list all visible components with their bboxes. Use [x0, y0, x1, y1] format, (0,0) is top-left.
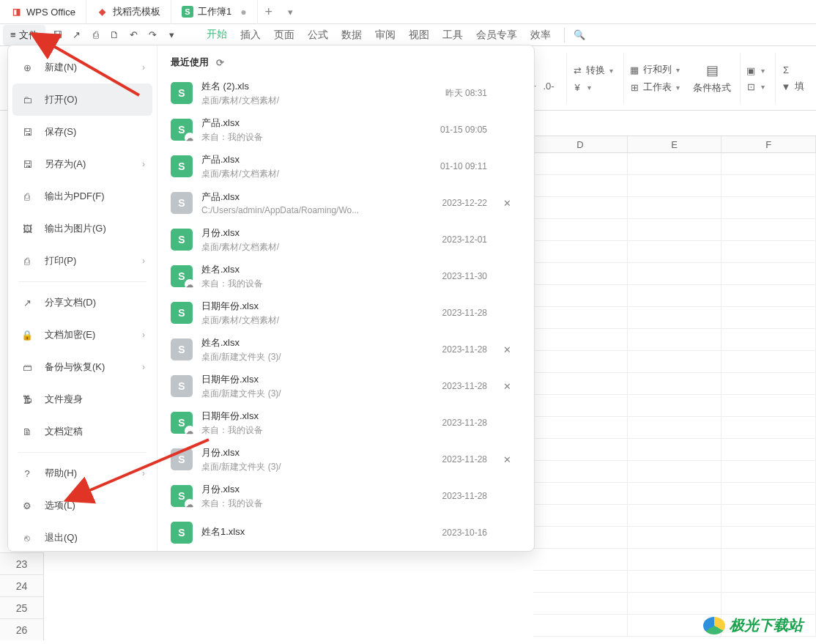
- recent-file-row[interactable]: S☁产品.xlsx来自：我的设备01-15 09:05✕: [171, 111, 521, 148]
- file-menu-item-2[interactable]: 🖫保存(S): [8, 116, 157, 148]
- file-menu-item-14[interactable]: ⎋退出(Q): [8, 522, 157, 551]
- condformat-button[interactable]: ▤ 条件格式: [690, 62, 734, 95]
- remove-recent-icon[interactable]: ✕: [496, 381, 518, 392]
- ribbon-tab-4[interactable]: 数据: [341, 24, 362, 46]
- cell[interactable]: [533, 373, 628, 394]
- file-menu-item-11[interactable]: 🗎文档定稿: [8, 415, 157, 448]
- recent-file-row[interactable]: S月份.xlsx桌面/素材/文档素材/2023-12-01✕: [171, 221, 521, 258]
- cell[interactable]: [722, 307, 816, 328]
- cell[interactable]: [533, 417, 628, 438]
- row-header[interactable]: 23: [0, 552, 44, 574]
- cell[interactable]: [533, 527, 628, 548]
- cell[interactable]: [722, 175, 816, 196]
- cell[interactable]: [533, 307, 628, 328]
- file-menu-item-8[interactable]: 🔒文档加密(E)›: [8, 319, 157, 351]
- cell[interactable]: [722, 351, 816, 372]
- file-menu-item-0[interactable]: ⊕新建(N)›: [8, 51, 157, 84]
- tab-workbook[interactable]: S 工作簿1 ●: [171, 0, 258, 24]
- cell[interactable]: [722, 461, 816, 482]
- border-button[interactable]: ⊡▾: [745, 81, 765, 92]
- recent-file-row[interactable]: S日期年份.xlsx桌面/素材/文档素材/2023-11-28✕: [171, 295, 521, 331]
- saveas-icon[interactable]: ↗: [70, 29, 84, 40]
- file-menu-item-9[interactable]: 🗃备份与恢复(K)›: [8, 351, 157, 383]
- recent-file-row[interactable]: S☁姓名.xlsx来自：我的设备2023-11-30✕: [171, 258, 521, 295]
- cell[interactable]: [628, 285, 722, 306]
- recent-file-row[interactable]: S产品.xlsx桌面/素材/文档素材/01-10 09:11✕: [171, 148, 521, 185]
- cell[interactable]: [628, 373, 722, 394]
- cell[interactable]: [533, 593, 628, 614]
- merge-button[interactable]: ▣▾: [745, 64, 765, 76]
- cell[interactable]: [722, 373, 816, 394]
- dec-dec-icon[interactable]: .0-: [541, 81, 556, 92]
- col-header[interactable]: E: [628, 136, 722, 152]
- recent-file-row[interactable]: S姓名 (2).xls桌面/素材/文档素材/昨天 08:31✕: [171, 75, 521, 111]
- ribbon-tab-7[interactable]: 工具: [442, 24, 463, 46]
- file-menu-item-5[interactable]: 🖼输出为图片(G): [8, 212, 157, 245]
- tab-add-button[interactable]: +: [258, 4, 280, 20]
- cell[interactable]: [722, 285, 816, 306]
- cell[interactable]: [628, 153, 722, 174]
- preview-icon[interactable]: 🗋: [108, 29, 122, 40]
- refresh-icon[interactable]: ⟳: [216, 57, 224, 68]
- cell[interactable]: [533, 439, 628, 460]
- cell[interactable]: [628, 329, 722, 350]
- cell[interactable]: [533, 285, 628, 306]
- cell[interactable]: [722, 439, 816, 460]
- cell[interactable]: [628, 263, 722, 284]
- remove-recent-icon[interactable]: ✕: [496, 454, 518, 465]
- save-icon[interactable]: 🖫: [51, 29, 64, 40]
- undo-icon[interactable]: ↶: [127, 29, 141, 40]
- file-menu-item-1[interactable]: 🗀打开(O): [12, 84, 152, 116]
- ribbon-tab-0[interactable]: 开始: [207, 24, 227, 46]
- cell[interactable]: [628, 219, 722, 240]
- ribbon-tab-3[interactable]: 公式: [308, 24, 328, 46]
- cell[interactable]: [533, 615, 628, 636]
- cell[interactable]: [628, 571, 722, 592]
- cell[interactable]: [533, 175, 628, 196]
- print-icon[interactable]: ⎙: [89, 29, 103, 40]
- file-menu-item-3[interactable]: 🖫另存为(A)›: [8, 148, 157, 180]
- cell[interactable]: [628, 307, 722, 328]
- cell[interactable]: [722, 505, 816, 526]
- cell[interactable]: [628, 197, 722, 218]
- cell[interactable]: [722, 527, 816, 548]
- recent-file-row[interactable]: S☁日期年份.xlsx来自：我的设备2023-11-28✕: [171, 404, 521, 441]
- ribbon-tab-9[interactable]: 效率: [530, 24, 551, 46]
- file-menu-item-6[interactable]: ⎙打印(P)›: [8, 245, 157, 277]
- cell[interactable]: [533, 351, 628, 372]
- cell[interactable]: [533, 219, 628, 240]
- cell[interactable]: [533, 461, 628, 482]
- ribbon-tab-8[interactable]: 会员专享: [476, 24, 517, 46]
- cell[interactable]: [722, 153, 816, 174]
- recent-file-row[interactable]: S姓名1.xlsx2023-10-16✕: [171, 514, 521, 551]
- tab-wps[interactable]: ◨ WPS Office: [0, 0, 86, 24]
- cell[interactable]: [722, 219, 816, 240]
- recent-file-row[interactable]: S月份.xlsx桌面/新建文件夹 (3)/2023-11-28✕: [171, 441, 521, 478]
- cell[interactable]: [533, 505, 628, 526]
- row-header[interactable]: 26: [0, 618, 44, 640]
- cell[interactable]: [628, 395, 722, 416]
- cell[interactable]: [628, 505, 722, 526]
- sum-button[interactable]: Σ: [780, 64, 792, 75]
- cell[interactable]: [722, 483, 816, 504]
- cell[interactable]: [722, 571, 816, 592]
- worksheet-button[interactable]: ⊞ 工作表▾: [628, 81, 680, 94]
- cell[interactable]: [628, 417, 722, 438]
- cell[interactable]: [628, 527, 722, 548]
- cell[interactable]: [533, 571, 628, 592]
- cell[interactable]: [628, 175, 722, 196]
- cell[interactable]: [628, 483, 722, 504]
- tab-templates[interactable]: ◆ 找稻壳模板: [86, 0, 171, 24]
- rowcol-button[interactable]: ▦ 行和列▾: [628, 63, 680, 76]
- cell[interactable]: [533, 483, 628, 504]
- row-header[interactable]: 24: [0, 574, 44, 596]
- cell[interactable]: [533, 263, 628, 284]
- file-menu-button[interactable]: ≡ 文件: [3, 25, 45, 45]
- cell[interactable]: [722, 395, 816, 416]
- remove-recent-icon[interactable]: ✕: [496, 344, 518, 355]
- file-menu-item-7[interactable]: ↗分享文档(D): [8, 286, 157, 319]
- cell[interactable]: [628, 241, 722, 262]
- ribbon-search-button[interactable]: 🔍: [564, 28, 585, 42]
- recent-file-row[interactable]: S日期年份.xlsx桌面/新建文件夹 (3)/2023-11-28✕: [171, 368, 521, 404]
- cell[interactable]: [722, 263, 816, 284]
